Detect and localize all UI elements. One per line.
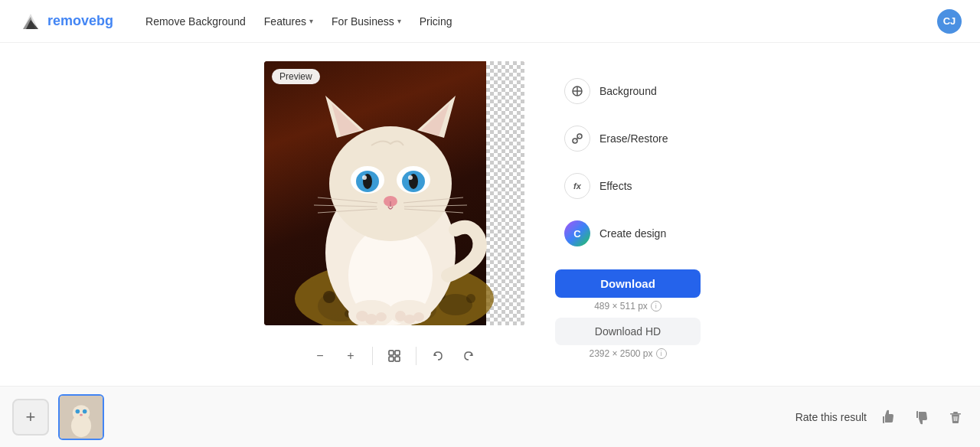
logo-icon <box>18 9 43 34</box>
user-avatar[interactable]: CJ <box>937 9 962 34</box>
bottom-strip: + Rate this result <box>0 386 980 447</box>
redo-icon <box>462 350 475 362</box>
preview-badge: Preview <box>272 69 320 84</box>
logo-text: removebg <box>47 13 113 29</box>
download-hd-button[interactable]: Download HD <box>555 318 701 345</box>
toolbar: − + <box>296 338 493 374</box>
undo-icon <box>432 350 444 362</box>
svg-rect-45 <box>389 351 394 355</box>
toolbar-divider-1 <box>372 347 373 365</box>
rate-label: Rate this result <box>795 411 867 423</box>
add-image-button[interactable]: + <box>12 399 49 436</box>
download-size-info: 489 × 511 px i <box>594 301 662 312</box>
delete-button[interactable] <box>943 405 968 429</box>
svg-point-61 <box>80 413 83 416</box>
cat-image <box>264 61 524 325</box>
svg-point-13 <box>466 294 475 303</box>
svg-point-28 <box>408 175 413 180</box>
nav-remove-background[interactable]: Remove Background <box>138 11 253 32</box>
create-design-action[interactable]: C Create design <box>555 213 701 254</box>
header: removebg Remove Background Features ▾ Fo… <box>0 0 980 43</box>
download-section: Download 489 × 511 px i Download HD 2392… <box>555 269 701 359</box>
image-container: Preview <box>264 61 524 325</box>
image-thumbnail[interactable] <box>58 394 104 440</box>
svg-point-40 <box>365 314 377 325</box>
fit-view-button[interactable] <box>382 344 407 368</box>
svg-point-27 <box>362 175 367 180</box>
main-nav: Remove Background Features ▾ For Busines… <box>138 11 937 32</box>
svg-point-60 <box>83 409 87 413</box>
create-design-icon: C <box>564 220 590 246</box>
svg-rect-47 <box>389 357 394 361</box>
toolbar-divider-2 <box>416 347 416 365</box>
effects-icon: fx <box>564 173 590 199</box>
canvas-area: Preview <box>264 61 524 374</box>
svg-rect-62 <box>950 413 961 415</box>
svg-rect-48 <box>395 357 400 361</box>
cat-svg <box>264 61 524 325</box>
right-panel: Background Erase/Restore fx Effects <box>540 58 716 371</box>
zoom-in-button[interactable]: + <box>338 344 363 368</box>
download-hd-size-info-icon[interactable]: i <box>656 348 667 359</box>
svg-point-9 <box>323 291 335 303</box>
trash-icon <box>949 410 962 424</box>
svg-rect-46 <box>395 351 400 355</box>
download-size-info-icon[interactable]: i <box>651 301 662 312</box>
thumbs-up-button[interactable] <box>876 405 900 429</box>
download-button[interactable]: Download <box>555 269 701 298</box>
business-chevron-icon: ▾ <box>397 17 401 25</box>
nav-pricing[interactable]: Pricing <box>412 11 460 32</box>
background-icon <box>564 78 590 104</box>
erase-restore-icon <box>564 126 590 152</box>
svg-point-41 <box>376 312 387 321</box>
thumbs-up-icon <box>880 409 896 425</box>
logo[interactable]: removebg <box>18 9 113 34</box>
thumbs-down-icon <box>914 409 929 425</box>
erase-restore-action[interactable]: Erase/Restore <box>555 118 701 159</box>
svg-point-58 <box>71 414 91 437</box>
thumbs-down-button[interactable] <box>910 405 934 429</box>
features-chevron-icon: ▾ <box>309 17 313 25</box>
thumbnail-svg <box>60 394 103 440</box>
zoom-out-button[interactable]: − <box>308 344 332 368</box>
nav-for-business[interactable]: For Business ▾ <box>324 11 409 32</box>
svg-point-59 <box>76 409 80 413</box>
svg-rect-63 <box>953 412 958 413</box>
redo-button[interactable] <box>456 344 481 368</box>
effects-action[interactable]: fx Effects <box>555 165 701 207</box>
svg-point-44 <box>413 312 424 321</box>
fit-view-icon <box>387 349 401 363</box>
download-hd-size-info: 2392 × 2500 px i <box>589 348 666 359</box>
undo-button[interactable] <box>426 344 450 368</box>
rate-section: Rate this result <box>795 405 968 429</box>
nav-features[interactable]: Features ▾ <box>256 11 321 32</box>
background-action[interactable]: Background <box>555 70 701 112</box>
